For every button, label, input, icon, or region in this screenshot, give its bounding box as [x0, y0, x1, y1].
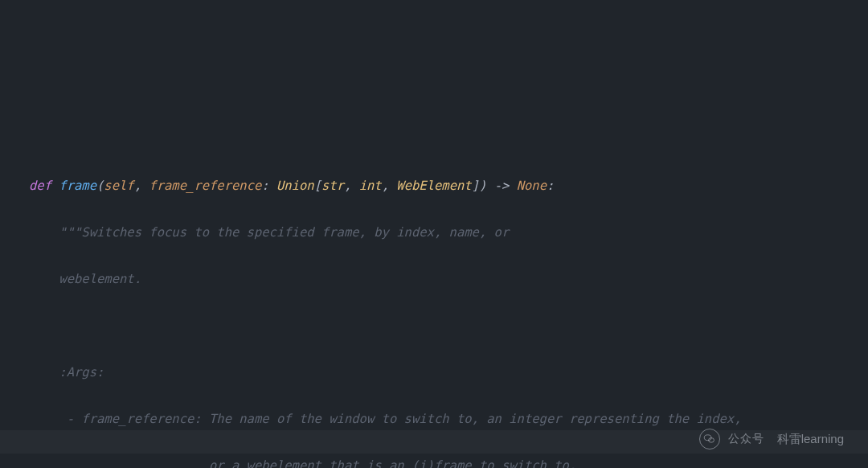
keyword-def: def [29, 179, 59, 193]
param-self: self [104, 179, 133, 193]
watermark-author: 科雷learning [777, 427, 844, 450]
param-frame-reference: frame_reference [149, 179, 261, 193]
return-none: None [517, 179, 547, 193]
type-int: int [359, 179, 382, 193]
wechat-icon [699, 429, 720, 450]
code-line[interactable]: def frame(self, frame_reference: Union[s… [29, 174, 868, 198]
func-name: frame [59, 179, 96, 193]
docstring-line[interactable]: or a webelement that is an (i)frame to s… [29, 454, 868, 468]
watermark: 公众号 科雷learning [699, 427, 844, 450]
watermark-label: 公众号 [728, 427, 764, 450]
docstring-line[interactable]: :Args: [29, 361, 868, 384]
type-webelement: WebElement [396, 179, 471, 193]
docstring-line[interactable] [29, 314, 868, 338]
docstring-line[interactable]: """Switches focus to the specified frame… [29, 221, 868, 244]
type-union: Union [276, 179, 314, 193]
code-editor[interactable]: def frame(self, frame_reference: Union[s… [0, 140, 868, 468]
docstring-line[interactable]: webelement. [29, 268, 868, 291]
type-str: str [321, 179, 344, 193]
